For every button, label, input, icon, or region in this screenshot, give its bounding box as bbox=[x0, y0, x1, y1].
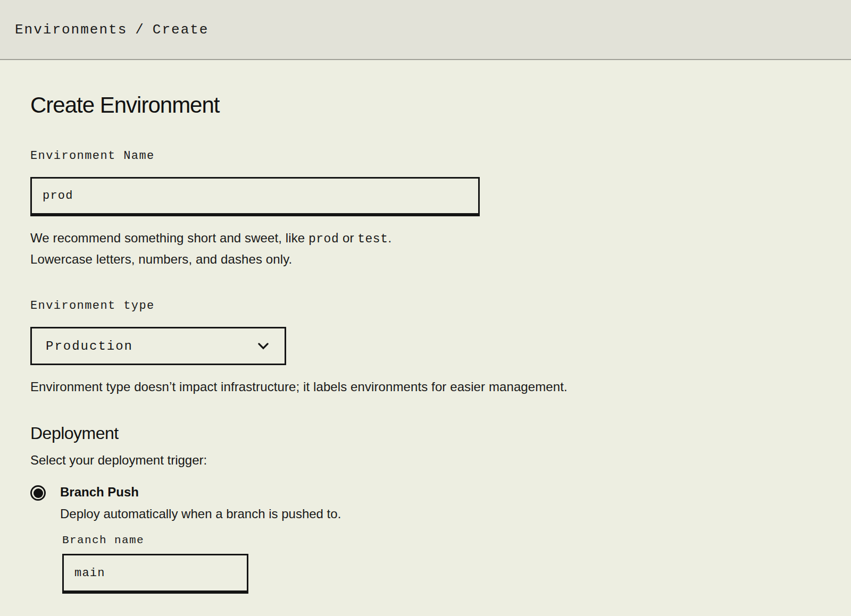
breadcrumb-item-environments[interactable]: Environments bbox=[15, 22, 127, 38]
help-code-test: test bbox=[357, 232, 388, 246]
deployment-title: Deployment bbox=[30, 424, 821, 443]
environment-name-input[interactable] bbox=[30, 177, 480, 216]
branch-push-description: Deploy automatically when a branch is pu… bbox=[60, 505, 341, 523]
environment-name-field: Environment Name We recommend something … bbox=[30, 149, 821, 269]
environment-name-label: Environment Name bbox=[30, 149, 821, 163]
breadcrumb-item-create: Create bbox=[153, 22, 209, 38]
environment-type-select[interactable]: Production bbox=[30, 327, 286, 365]
environment-type-help: Environment type doesn’t impact infrastr… bbox=[30, 377, 669, 397]
chevron-down-icon bbox=[256, 339, 271, 353]
environment-type-label: Environment type bbox=[30, 299, 821, 313]
page-title: Create Environment bbox=[30, 94, 821, 116]
branch-push-radio[interactable] bbox=[30, 485, 46, 501]
environment-type-selected-value: Production bbox=[46, 339, 133, 353]
branch-push-option-text: Branch Push Deploy automatically when a … bbox=[60, 484, 341, 523]
branch-name-label: Branch name bbox=[62, 534, 821, 547]
breadcrumb-separator: / bbox=[135, 22, 145, 38]
branch-push-label[interactable]: Branch Push bbox=[60, 484, 341, 500]
help-text-period: . bbox=[388, 231, 391, 245]
environment-name-help: We recommend something short and sweet, … bbox=[30, 228, 669, 269]
branch-name-input[interactable] bbox=[62, 554, 248, 594]
create-environment-form: Create Environment Environment Name We r… bbox=[0, 60, 851, 594]
deployment-intro: Select your deployment trigger: bbox=[30, 450, 821, 470]
help-text-or: or bbox=[339, 231, 357, 245]
help-text: We recommend something short and sweet, … bbox=[30, 231, 308, 245]
deployment-option-branch-push: Branch Push Deploy automatically when a … bbox=[30, 484, 821, 523]
breadcrumb: Environments / Create bbox=[15, 22, 208, 38]
breadcrumb-bar: Environments / Create bbox=[0, 0, 851, 60]
branch-name-field: Branch name bbox=[62, 534, 821, 594]
deployment-section: Deployment Select your deployment trigge… bbox=[30, 424, 821, 594]
help-code-prod: prod bbox=[308, 232, 339, 246]
environment-type-field: Environment type Production Environment … bbox=[30, 299, 821, 397]
environment-name-help-line2: Lowercase letters, numbers, and dashes o… bbox=[30, 252, 292, 266]
